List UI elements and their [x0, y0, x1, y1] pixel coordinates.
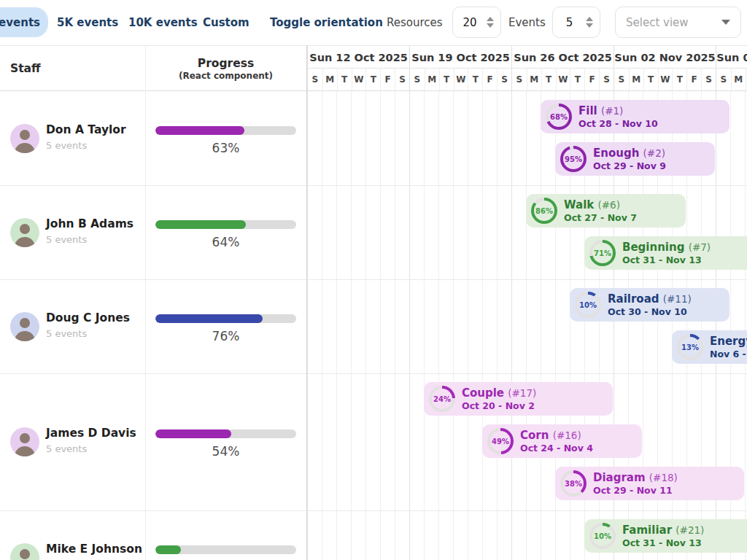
- day-header-cell[interactable]: S: [599, 69, 614, 92]
- event-dates-label: Oct 27 - Nov 7: [564, 212, 637, 224]
- tab-custom[interactable]: Custom: [203, 0, 249, 45]
- row-separator: [0, 510, 747, 511]
- toolbar: events 5K events 10K events Custom Toggl…: [0, 0, 747, 45]
- event-id-label: (#16): [553, 429, 581, 441]
- resources-stepper[interactable]: 20: [452, 7, 501, 38]
- day-header-cell[interactable]: T: [337, 69, 352, 92]
- staff-name[interactable]: James D Davis: [46, 427, 136, 440]
- day-header-cell[interactable]: M: [322, 69, 337, 92]
- day-header-cell[interactable]: M: [731, 69, 746, 92]
- event-percent-label: 86%: [534, 201, 554, 221]
- day-header-cell[interactable]: T: [439, 69, 454, 92]
- day-header-cell[interactable]: S: [410, 69, 425, 92]
- event-bar[interactable]: 24%Couple (#17)Oct 20 - Nov 2: [424, 382, 613, 416]
- staff-column-header[interactable]: Staff: [10, 46, 41, 92]
- day-header-cell[interactable]: T: [643, 69, 658, 92]
- stepper-up-icon[interactable]: [586, 17, 593, 21]
- progress-ring-icon: 71%: [589, 240, 616, 266]
- day-header-cell[interactable]: S: [497, 69, 511, 92]
- select-view-dropdown[interactable]: Select view: [615, 7, 741, 38]
- stepper-down-icon[interactable]: [586, 23, 593, 28]
- event-bar[interactable]: 38%Diagram (#18)Oct 29 - Nov 11: [555, 467, 744, 500]
- event-id-label: (#11): [663, 293, 692, 305]
- event-bar[interactable]: 49%Corn (#16)Oct 24 - Nov 4: [482, 424, 642, 458]
- event-dates-label: Oct 28 - Nov 10: [578, 118, 658, 130]
- progress-bar: [155, 545, 296, 554]
- day-header-cell[interactable]: T: [672, 69, 686, 92]
- events-label: Events: [508, 0, 546, 45]
- resources-value[interactable]: 20: [453, 16, 487, 29]
- day-header-cell[interactable]: M: [425, 69, 439, 92]
- toggle-orientation-button[interactable]: Toggle orientation: [270, 0, 383, 45]
- day-header-cell[interactable]: W: [352, 69, 366, 92]
- week-header-cell[interactable]: Sun 02 Nov 2025SMTWTFS: [614, 46, 716, 92]
- day-header-cell[interactable]: S: [395, 69, 409, 92]
- day-header-cell[interactable]: T: [365, 69, 380, 92]
- avatar-person-icon: [10, 427, 39, 456]
- week-header-cell[interactable]: Sun 12 Oct 2025SMTWTFS: [307, 46, 409, 92]
- day-header-cell[interactable]: S: [512, 69, 527, 92]
- tab-5k-events[interactable]: 5K events: [57, 0, 118, 45]
- staff-name[interactable]: Doug C Jones: [46, 311, 130, 324]
- event-bar[interactable]: 10%Familiar (#21)Oct 31 - Nov 13: [584, 519, 747, 553]
- day-header-cell[interactable]: S: [614, 69, 629, 92]
- day-header-cell[interactable]: W: [556, 69, 570, 92]
- day-header-cell[interactable]: T: [468, 69, 482, 92]
- events-value[interactable]: 5: [553, 16, 586, 29]
- event-percent-label: 10%: [578, 295, 598, 315]
- day-header-cell[interactable]: M: [629, 69, 643, 92]
- progress-bar-fill: [155, 220, 246, 229]
- progress-bar: [155, 429, 296, 438]
- event-percent-label: 10%: [592, 526, 613, 546]
- staff-name[interactable]: John B Adams: [46, 217, 133, 230]
- week-header-cell[interactable]: Sun 26 Oct 2025SMTWTFS: [511, 46, 614, 92]
- progress-percent-label: 54%: [155, 444, 296, 459]
- event-bar[interactable]: 86%Walk (#6)Oct 27 - Nov 7: [526, 194, 686, 228]
- progress-percent-label: 63%: [155, 141, 296, 155]
- stepper-down-icon[interactable]: [487, 23, 494, 28]
- staff-name[interactable]: Mike E Johnson: [46, 542, 142, 556]
- day-header-cell[interactable]: S: [716, 69, 731, 92]
- day-header-cell[interactable]: M: [527, 69, 541, 92]
- avatar-person-icon: [10, 218, 39, 247]
- row-separator: [0, 185, 747, 186]
- event-bar[interactable]: 68%Fill (#1)Oct 28 - Nov 10: [541, 100, 729, 133]
- day-header-cell[interactable]: F: [380, 69, 395, 92]
- day-header-cell[interactable]: F: [482, 69, 497, 92]
- tab-events-active[interactable]: events: [0, 7, 48, 37]
- progress-bar-fill: [155, 545, 181, 554]
- tab-10k-events[interactable]: 10K events: [128, 0, 198, 45]
- events-stepper[interactable]: 5: [552, 7, 600, 38]
- progress-percent-label: 64%: [155, 235, 296, 249]
- progress-ring-icon: 10%: [575, 292, 601, 318]
- staff-name[interactable]: Don A Taylor: [46, 123, 126, 136]
- select-view-placeholder: Select view: [626, 16, 689, 29]
- event-dates-label: Oct 29 - Nov 11: [593, 485, 678, 497]
- day-header-cell[interactable]: W: [454, 69, 468, 92]
- event-title: Familiar: [622, 524, 672, 537]
- day-header-cell[interactable]: S: [308, 69, 322, 92]
- progress-ring-icon: 95%: [560, 146, 587, 172]
- event-text: Enough (#2)Oct 29 - Nov 9: [593, 147, 666, 172]
- event-bar[interactable]: 10%Railroad (#11)Oct 30 - Nov 10: [570, 288, 729, 322]
- stepper-up-icon[interactable]: [487, 17, 494, 21]
- staff-events-count: 5 events: [46, 328, 87, 339]
- event-bar[interactable]: 13%EnergyNov 6 - N: [672, 330, 747, 364]
- event-bar[interactable]: 71%Beginning (#7)Oct 31 - Nov 13: [584, 236, 747, 270]
- grid-header: Staff Progress (React component) Sun 12 …: [0, 45, 747, 91]
- week-label: Sun 26 Oct 2025: [512, 46, 614, 69]
- day-header-cell[interactable]: S: [701, 69, 716, 92]
- day-header-cell[interactable]: T: [570, 69, 584, 92]
- week-label: Sun 12 Oct 2025: [308, 46, 409, 69]
- day-header-cell[interactable]: T: [541, 69, 556, 92]
- day-header-cell[interactable]: W: [658, 69, 673, 92]
- week-header-cell[interactable]: Sun 09 Nov 2025SMTWTFS: [716, 46, 747, 92]
- event-bar[interactable]: 95%Enough (#2)Oct 29 - Nov 9: [555, 142, 715, 176]
- staff-events-count: 5 events: [46, 234, 87, 245]
- week-header-cell[interactable]: Sun 19 Oct 2025SMTWTFS: [409, 46, 511, 92]
- day-header-cell[interactable]: F: [584, 69, 599, 92]
- panel-splitter[interactable]: [306, 45, 307, 560]
- event-percent-label: 24%: [432, 389, 452, 409]
- progress-column-header[interactable]: Progress (React component): [145, 46, 306, 92]
- day-header-cell[interactable]: F: [686, 69, 701, 92]
